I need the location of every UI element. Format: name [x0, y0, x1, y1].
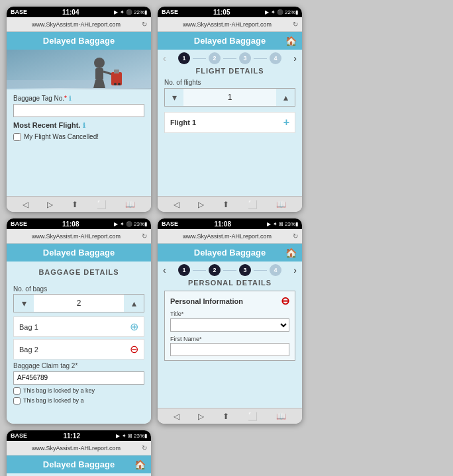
flights-decrement-2[interactable]: ▾: [165, 89, 183, 106]
home-icon-4[interactable]: 🏠: [285, 248, 297, 258]
step-2-4[interactable]: 2: [209, 264, 221, 276]
bag-item-2: Bag 2 ⊖: [13, 339, 144, 359]
lock-checkbox-2[interactable]: [13, 397, 21, 405]
bookmarks-btn-1[interactable]: 📖: [125, 200, 135, 209]
step-line-2-4: [223, 270, 236, 271]
refresh-3[interactable]: ↻: [142, 232, 147, 240]
share-btn-1[interactable]: ⬆: [72, 200, 78, 209]
svg-rect-10: [118, 83, 121, 85]
personal-info-header-4: Personal Information ⊖: [165, 291, 295, 310]
share-btn-4[interactable]: ⬆: [223, 412, 229, 421]
step-4-2[interactable]: 4: [270, 52, 281, 64]
app-header-3: Delayed Baggage: [7, 244, 151, 262]
refresh-4[interactable]: ↻: [293, 232, 298, 240]
url-bar-2: www.SkyAssist.m-AHLreport.com ↻: [158, 17, 302, 32]
carrier-3: BASE: [11, 220, 27, 227]
step-3-4[interactable]: 3: [239, 264, 251, 276]
svg-point-3: [94, 58, 105, 68]
nav-forward-2[interactable]: ›: [293, 53, 297, 64]
phone-5: BASE 11:12 ▶ ✦ ⊠ 23%▮ www.SkyAssist.m-AH…: [7, 430, 151, 476]
top-nav-5: ‹ 1 2 3 4 ›: [7, 473, 151, 476]
step-3-2[interactable]: 3: [239, 52, 251, 64]
time-5: 11:12: [63, 432, 80, 440]
phone-1: BASE 11:04 ▶ ✦ ⚫ 22%▮ www.SkyAssist.m-AH…: [7, 7, 151, 212]
title-label-4: Title*: [170, 310, 289, 317]
firstname-field-group: First Name*: [165, 336, 295, 361]
step-1-4[interactable]: 1: [178, 264, 190, 276]
carrier-4: BASE: [162, 220, 178, 227]
back-btn-4[interactable]: ◁: [174, 412, 179, 421]
content-4: ‹ 1 2 3 4 › PERSONAL DETAILS Personal In…: [158, 262, 302, 408]
step-line-1-2: [193, 58, 206, 59]
back-btn-1[interactable]: ◁: [23, 200, 28, 209]
step-line-2-2: [223, 58, 236, 59]
cancelled-checkbox[interactable]: [13, 133, 21, 141]
lock-label-1: This bag is locked by a key: [23, 387, 95, 394]
title-select-4[interactable]: Mr Mrs Ms Dr: [170, 318, 289, 332]
url-bar-4: www.SkyAssist.m-AHLreport.com ↻: [158, 229, 302, 244]
forward-btn-4[interactable]: ▷: [198, 412, 204, 421]
stepper-4: 1 2 3 4: [178, 264, 281, 276]
bags-decrement-3[interactable]: ▾: [14, 295, 34, 312]
carrier-2: BASE: [162, 9, 178, 15]
refresh-1[interactable]: ↻: [142, 21, 147, 28]
claim-tag-input-3[interactable]: [13, 371, 144, 385]
home-icon-5[interactable]: 🏠: [134, 459, 146, 470]
app-header-4: Delayed Baggage 🏠: [158, 244, 302, 262]
bags-value-3: 2: [34, 299, 124, 308]
bags-increment-3[interactable]: ▴: [124, 295, 144, 312]
bottom-bar-2: ◁ ▷ ⬆ ⬜ 📖: [158, 196, 302, 212]
forward-btn-1[interactable]: ▷: [47, 200, 53, 209]
forward-btn-2[interactable]: ▷: [198, 200, 204, 209]
status-bar-5: BASE 11:12 ▶ ✦ ⊠ 23%▮: [7, 430, 151, 441]
lock-checkbox-row-2: This bag is locked by a: [13, 397, 144, 405]
app-title-4: Delayed Baggage: [194, 248, 266, 258]
share-btn-2[interactable]: ⬆: [223, 200, 229, 209]
bag-2-remove-icon[interactable]: ⊖: [130, 343, 138, 356]
tabs-btn-2[interactable]: ⬜: [248, 200, 258, 209]
bookmarks-btn-2[interactable]: 📖: [276, 200, 286, 209]
firstname-input-4[interactable]: [170, 343, 289, 356]
step-4-4[interactable]: 4: [270, 264, 281, 276]
refresh-2[interactable]: ↻: [293, 21, 298, 28]
step-2-2[interactable]: 2: [209, 52, 221, 64]
refresh-5[interactable]: ↻: [142, 444, 147, 452]
cancelled-label: My Flight Was Cancelled!: [24, 133, 99, 140]
flights-increment-2[interactable]: ▴: [276, 89, 295, 106]
bag-1-label: Bag 1: [19, 323, 38, 331]
nav-back-2[interactable]: ‹: [163, 53, 166, 64]
lock-checkbox-1[interactable]: [13, 387, 21, 395]
personal-info-title-4: Personal Information: [170, 297, 243, 305]
step-1-2[interactable]: 1: [178, 52, 190, 64]
app-title-1: Delayed Baggage: [43, 36, 115, 46]
bag-1-add-icon[interactable]: ⊕: [130, 320, 138, 333]
personal-info-card-4: Personal Information ⊖ Title* Mr Mrs Ms …: [164, 291, 295, 361]
tabs-btn-1[interactable]: ⬜: [97, 200, 107, 209]
step-line-3-4: [254, 270, 267, 271]
time-1: 11:04: [62, 9, 79, 16]
time-3: 11:08: [62, 220, 79, 228]
most-recent-info-icon[interactable]: ℹ: [83, 122, 85, 129]
tabs-btn-4[interactable]: ⬜: [248, 412, 258, 421]
info-icon-1[interactable]: ℹ: [69, 95, 72, 102]
nav-back-4[interactable]: ‹: [163, 265, 166, 275]
home-icon-2[interactable]: 🏠: [285, 36, 297, 46]
back-btn-2[interactable]: ◁: [174, 200, 179, 209]
app-header-5: Delayed Baggage 🏠: [7, 455, 151, 473]
svg-marker-5: [93, 80, 105, 88]
phone-4: BASE 11:08 ▶ ✦ ⊠ 23%▮ www.SkyAssist.m-AH…: [158, 218, 302, 424]
content-1: Baggage Tag No.* ℹ Most Recent Flight. ℹ…: [7, 50, 151, 196]
nav-forward-4[interactable]: ›: [293, 265, 297, 275]
icons-3: ▶ ✦ ⚫ 23%▮: [114, 221, 147, 227]
baggage-tag-input[interactable]: [13, 104, 144, 117]
bookmarks-btn-4[interactable]: 📖: [276, 412, 286, 421]
section-title-3: BAGGAGE DETAILS: [7, 265, 151, 279]
flight-add-1[interactable]: +: [283, 117, 289, 128]
status-bar-4: BASE 11:08 ▶ ✦ ⊠ 23%▮: [158, 218, 302, 229]
lock-label-2: This bag is locked by a: [23, 397, 84, 404]
cancelled-row: My Flight Was Cancelled!: [13, 133, 144, 141]
step-line-3-2: [254, 58, 267, 59]
firstname-label-4: First Name*: [170, 336, 289, 342]
collapse-icon-4[interactable]: ⊖: [281, 295, 289, 307]
carrier-1: BASE: [11, 9, 27, 15]
